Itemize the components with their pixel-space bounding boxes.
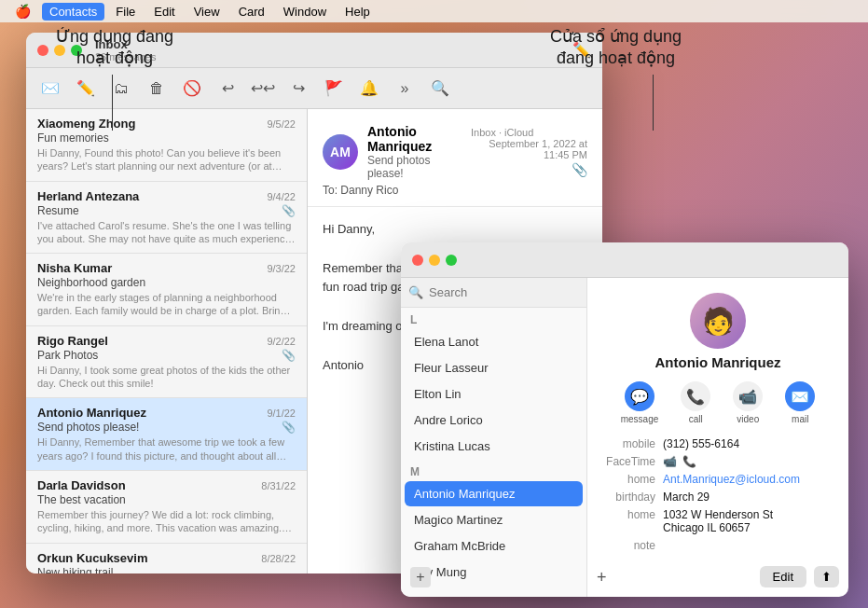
annotation-window-label: Cửa sổ ứng dụngđang hoạt động [550,26,682,70]
message-date: 9/1/22 [267,408,296,419]
call-action-button[interactable]: 📞 call [681,381,710,424]
message-header: Xiaomeng Zhong 9/5/22 [37,117,296,131]
menubar-view[interactable]: View [186,3,227,21]
notification-icon[interactable]: 🔔 [356,76,382,102]
forward-icon[interactable]: ↪ [285,76,311,102]
info-row-birthday: birthday March 29 [602,491,834,504]
apple-menu[interactable]: 🍎 [7,2,38,21]
message-subject: Neighborhood garden [37,276,296,289]
sender-name: Herland Antezana [37,189,139,203]
contact-item[interactable]: Elena Lanot [405,329,583,354]
list-item[interactable]: Rigo Rangel 9/2/22 Park Photos 📎 Hi Dann… [26,326,307,399]
menubar-file[interactable]: File [108,3,143,21]
attachment-icon: 📎 [282,204,296,217]
contact-item[interactable]: Kristina Lucas [405,434,583,459]
list-item[interactable]: Orkun Kucuksevim 8/28/22 New hiking trai… [26,544,307,573]
detail-sender-name: Antonio Manriquez [367,124,462,154]
list-item[interactable]: Antonio Manriquez 9/1/22 Send photos ple… [26,398,307,471]
sender-name: Xiaomeng Zhong [37,117,135,131]
message-icon: 💬 [625,381,654,411]
list-item[interactable]: Xiaomeng Zhong 9/5/22 Fun memories Hi Da… [26,109,307,182]
list-item[interactable]: Darla Davidson 8/31/22 The best vacation… [26,471,307,544]
mobile-label: mobile [602,437,663,450]
email-value[interactable]: Ant.Manriquez@icloud.com [663,473,834,486]
facetime-video-icon[interactable]: 📹 [663,455,677,468]
message-subject: New hiking trail [37,566,296,573]
message-label: message [621,414,659,424]
contact-item[interactable]: Fleur Lasseur [405,355,583,380]
message-preview: Hi Danny, Remember that awesome trip we … [37,435,296,463]
sender-name: Darla Davidson [37,478,126,492]
reply-icon[interactable]: ↩ [214,76,241,102]
attachment-icon: 📎 [282,349,296,362]
attachment-icon: 📎 [471,162,587,177]
share-button[interactable]: ⬆ [814,566,839,587]
message-subject: Resume 📎 [37,204,296,217]
message-date: 9/3/22 [267,263,296,274]
contact-item[interactable]: Elton Lin [405,381,583,407]
more-icon[interactable]: » [392,76,418,102]
menubar-contacts[interactable]: Contacts [42,3,104,21]
new-message-icon[interactable]: ✉️ [37,76,63,102]
detail-date: September 1, 2022 at 11:45 PM [471,138,587,160]
reply-all-icon[interactable]: ↩↩ [250,76,276,102]
info-row-address: home 1032 W Henderson St Chicago IL 6065… [602,508,834,534]
menubar-window[interactable]: Window [276,3,334,21]
menubar-edit[interactable]: Edit [146,3,182,21]
message-preview: Hi Danny, Found this photo! Can you beli… [37,146,296,173]
facetime-phone-icon[interactable]: 📞 [682,455,696,468]
compose-icon[interactable]: ✏️ [73,76,99,102]
contact-item[interactable]: Andre Lorico [405,408,583,433]
close-button[interactable] [37,45,48,56]
message-preview: I've attached Carol's resume. She's the … [37,219,296,246]
edit-button[interactable]: Edit [760,566,806,587]
menubar: 🍎 Contacts File Edit View Card Window He… [0,0,868,22]
junk-icon[interactable]: 🚫 [179,76,205,102]
contact-group-M: M Antonio Manriquez Magico Martinez Grah… [401,460,586,585]
note-label: note [602,539,663,552]
group-label-M: M [401,460,586,480]
contacts-close-button[interactable] [412,255,423,266]
contact-info-table: mobile (312) 555-6164 FaceTime 📹 📞 home … [602,437,834,557]
search-icon[interactable]: 🔍 [427,76,453,102]
contacts-fullscreen-button[interactable] [446,255,457,266]
search-input[interactable] [429,285,586,299]
message-date: 8/28/22 [261,553,296,564]
message-action-button[interactable]: 💬 message [621,381,659,424]
flag-icon[interactable]: 🚩 [321,76,347,102]
detail-info: Antonio Manriquez Send photos please! [367,124,462,180]
message-preview: Remember this journey? We did a lot: roc… [37,508,296,535]
list-item[interactable]: Nisha Kumar 9/3/22 Neighborhood garden W… [26,254,307,326]
contact-item-antonio[interactable]: Antonio Manriquez [405,481,583,506]
sender-row: AM Antonio Manriquez Send photos please!… [323,124,587,180]
contacts-titlebar [401,242,848,278]
list-item[interactable]: Herland Antezana 9/4/22 Resume 📎 I've at… [26,182,307,255]
info-row-facetime: FaceTime 📹 📞 [602,455,834,468]
contact-item[interactable]: Graham McBride [405,533,583,559]
group-label-L: L [401,308,586,328]
annotation-line-app [112,75,113,131]
detail-header: AM Antonio Manriquez Send photos please!… [308,109,602,207]
avatar: AM [323,134,358,170]
contacts-window: 🔍 L Elena Lanot Fleur Lasseur Elton Lin … [401,242,848,597]
sender-name: Nisha Kumar [37,261,112,275]
message-header: Darla Davidson 8/31/22 [37,478,296,492]
contact-item[interactable]: Magico Martinez [405,507,583,532]
mail-action-button[interactable]: ✉️ mail [785,381,815,424]
email-label: home [602,473,663,486]
contacts-minimize-button[interactable] [429,255,440,266]
detail-to: To: Danny Rico [323,184,587,197]
add-contact-button[interactable]: + [410,567,431,587]
delete-icon[interactable]: 🗑 [144,76,170,102]
menubar-help[interactable]: Help [338,3,378,21]
address-value: 1032 W Henderson St Chicago IL 60657 [663,508,834,534]
menubar-card[interactable]: Card [231,3,272,21]
mail-label: mail [792,414,808,424]
video-action-button[interactable]: 📹 video [733,381,763,424]
add-field-button[interactable]: + [597,568,607,587]
message-header: Orkun Kucuksevim 8/28/22 [37,551,296,565]
message-list[interactable]: Xiaomeng Zhong 9/5/22 Fun memories Hi Da… [26,109,308,573]
message-subject: Fun memories [37,131,296,145]
contact-group-L: L Elena Lanot Fleur Lasseur Elton Lin An… [401,308,586,459]
contact-item[interactable]: Jay Mung [405,560,583,585]
